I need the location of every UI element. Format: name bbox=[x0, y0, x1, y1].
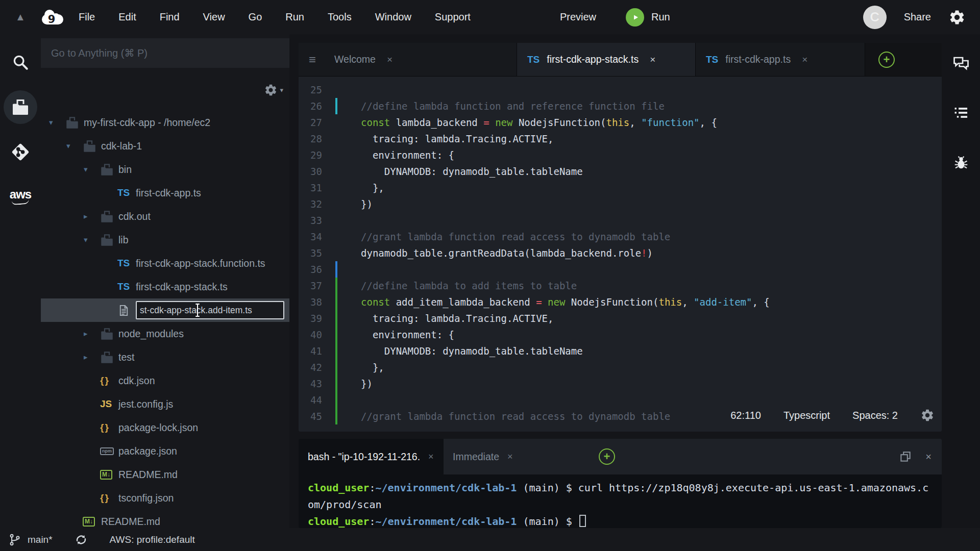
terminal-tab-close-icon[interactable]: × bbox=[428, 452, 434, 462]
code-line-25[interactable]: 25 bbox=[299, 82, 942, 98]
indent-setting[interactable]: Spaces: 2 bbox=[852, 410, 898, 421]
code-line-32[interactable]: 32}) bbox=[299, 196, 942, 212]
code-line-42[interactable]: 42 }, bbox=[299, 359, 942, 375]
editor-tab-first-cdk-app-stack-ts[interactable]: TSfirst-cdk-app-stack.ts× bbox=[517, 43, 696, 76]
menu-item-run[interactable]: Run bbox=[285, 11, 304, 23]
chevron-down-icon[interactable]: ▾ bbox=[49, 118, 65, 127]
chevron-right-icon[interactable]: ▸ bbox=[84, 212, 100, 221]
tree-item-readme-md[interactable]: M↓README.md bbox=[41, 510, 289, 528]
code-line-33[interactable]: 33 bbox=[299, 212, 942, 229]
tree-item-first-cdk-app-stack-ts[interactable]: TSfirst-cdk-app-stack.ts bbox=[41, 275, 289, 298]
line-number: 28 bbox=[299, 133, 335, 144]
goto-anything-input[interactable] bbox=[41, 38, 289, 68]
chevron-right-icon[interactable]: ▸ bbox=[84, 329, 100, 338]
code-line-26[interactable]: 26//define lambda function and reference… bbox=[299, 98, 942, 114]
tree-item-my-first-cdk-app-home-ec2[interactable]: ▾my-first-cdk-app - /home/ec2 bbox=[41, 111, 289, 134]
code-line-28[interactable]: 28 tracing: lambda.Tracing.ACTIVE, bbox=[299, 131, 942, 147]
aws-explorer-icon[interactable]: aws bbox=[4, 180, 37, 214]
tree-item-label: jest.config.js bbox=[118, 398, 173, 410]
terminal-restore-icon[interactable] bbox=[899, 450, 912, 463]
language-mode[interactable]: Typescript bbox=[783, 410, 830, 421]
search-icon[interactable] bbox=[4, 45, 37, 79]
terminal-tab-immediate[interactable]: Immediate× bbox=[444, 439, 597, 474]
terminal-output[interactable]: cloud_user:~/environment/cdk-lab-1 (main… bbox=[299, 474, 942, 528]
tree-item-package-lock-json[interactable]: {}package-lock.json bbox=[41, 416, 289, 439]
tree-item-lib[interactable]: ▾lib bbox=[41, 228, 289, 252]
collaborate-chat-icon[interactable] bbox=[947, 49, 975, 78]
code-editor[interactable]: 2526//define lambda function and referen… bbox=[299, 77, 942, 424]
menu-item-window[interactable]: Window bbox=[375, 11, 411, 23]
tree-item-package-json[interactable]: npmpackage.json bbox=[41, 439, 289, 463]
tab-close-icon[interactable]: × bbox=[650, 54, 655, 65]
tree-item-cdk-out[interactable]: ▸cdk.out bbox=[41, 205, 289, 228]
rename-file-input[interactable] bbox=[136, 301, 284, 319]
tree-item-tsconfig-json[interactable]: {}tsconfig.json bbox=[41, 486, 289, 510]
cloud9-logo[interactable]: 9 bbox=[41, 10, 64, 25]
git-branch-indicator[interactable]: main* bbox=[8, 533, 53, 546]
tab-close-icon[interactable]: × bbox=[387, 54, 393, 65]
tab-menu-icon[interactable]: ≡ bbox=[309, 53, 316, 67]
menu-item-view[interactable]: View bbox=[203, 11, 225, 23]
tree-item-cdk-json[interactable]: {}cdk.json bbox=[41, 369, 289, 392]
code-line-30[interactable]: 30 DYNAMODB: dynamodb_table.tableName bbox=[299, 163, 942, 180]
chevron-down-icon[interactable]: ▾ bbox=[66, 141, 83, 151]
debugger-bug-icon[interactable] bbox=[947, 148, 975, 177]
terminal-tab-close-icon[interactable]: × bbox=[507, 452, 513, 462]
sync-button[interactable] bbox=[74, 533, 88, 547]
tree-item-readme-md[interactable]: M↓README.md bbox=[41, 463, 289, 486]
code-line-38[interactable]: 38const add_item_lambda_backend = new No… bbox=[299, 294, 942, 310]
menu-item-file[interactable]: File bbox=[79, 11, 95, 23]
code-line-31[interactable]: 31 }, bbox=[299, 180, 942, 196]
folder-icon bbox=[100, 163, 114, 177]
chevron-right-icon[interactable]: ▸ bbox=[84, 353, 100, 362]
menu-item-tools[interactable]: Tools bbox=[328, 11, 352, 23]
terminal-close-icon[interactable]: × bbox=[925, 451, 932, 463]
preview-button[interactable]: Preview bbox=[560, 11, 596, 23]
terminal-cursor bbox=[579, 515, 586, 527]
run-button[interactable]: Run bbox=[626, 8, 670, 27]
tree-item-first-cdk-app-ts[interactable]: TSfirst-cdk-app.ts bbox=[41, 181, 289, 205]
tree-item-label: first-cdk-app-stack.ts bbox=[136, 281, 228, 293]
share-button[interactable]: Share bbox=[904, 11, 931, 23]
code-line-37[interactable]: 37//define lambda to add items to table bbox=[299, 278, 942, 294]
menu-item-edit[interactable]: Edit bbox=[118, 11, 136, 23]
tree-item-test[interactable]: ▸test bbox=[41, 345, 289, 369]
editor-settings-gear-icon[interactable] bbox=[920, 408, 935, 422]
tree-item-jest-config-js[interactable]: JSjest.config.js bbox=[41, 392, 289, 416]
new-tab-icon[interactable]: + bbox=[878, 52, 895, 68]
code-line-35[interactable]: 35dynamodb_table.grantReadData(lambda_ba… bbox=[299, 245, 942, 261]
new-terminal-icon[interactable]: + bbox=[599, 448, 615, 465]
avatar[interactable]: C bbox=[863, 6, 887, 29]
cursor-position[interactable]: 62:110 bbox=[730, 410, 761, 421]
tree-item-bin[interactable]: ▾bin bbox=[41, 158, 289, 181]
tab-close-icon[interactable]: × bbox=[802, 54, 807, 65]
tree-settings-gear-icon[interactable]: ▾ bbox=[264, 83, 283, 97]
menu-item-support[interactable]: Support bbox=[435, 11, 471, 23]
collapse-menubar-icon[interactable]: ▲ bbox=[0, 11, 41, 23]
code-line-27[interactable]: 27const lambda_backend = new NodejsFunct… bbox=[299, 114, 942, 131]
tree-item-node-modules[interactable]: ▸node_modules bbox=[41, 322, 289, 345]
editor-tab-first-cdk-app-ts[interactable]: TSfirst-cdk-app.ts× bbox=[696, 43, 865, 76]
aws-profile-indicator[interactable]: AWS: profile:default bbox=[110, 534, 195, 545]
file-explorer-icon[interactable] bbox=[4, 90, 37, 124]
chevron-down-icon[interactable]: ▾ bbox=[84, 235, 100, 244]
code-line-40[interactable]: 40 environment: { bbox=[299, 327, 942, 343]
terminal-tab-bash-ip-10-192-11-216[interactable]: bash - "ip-10-192-11-216.× bbox=[299, 439, 444, 474]
tree-item-first-cdk-app-stack-function-ts[interactable]: TSfirst-cdk-app-stack.function.ts bbox=[41, 252, 289, 275]
line-number: 34 bbox=[299, 231, 335, 242]
tree-item-cdk-lab-1[interactable]: ▾cdk-lab-1 bbox=[41, 134, 289, 158]
code-line-43[interactable]: 43}) bbox=[299, 375, 942, 392]
menu-item-go[interactable]: Go bbox=[249, 11, 262, 23]
chevron-down-icon[interactable]: ▾ bbox=[84, 165, 100, 174]
code-line-34[interactable]: 34//grant lambda function read access to… bbox=[299, 229, 942, 245]
code-line-39[interactable]: 39 tracing: lambda.Tracing.ACTIVE, bbox=[299, 310, 942, 327]
editor-tab-welcome[interactable]: ≡Welcome× bbox=[299, 43, 517, 76]
tree-item-st-cdk-app-stack-add-item-ts[interactable] bbox=[41, 298, 289, 322]
menu-item-find[interactable]: Find bbox=[160, 11, 180, 23]
code-line-36[interactable]: 36 bbox=[299, 261, 942, 278]
preferences-gear-icon[interactable] bbox=[948, 9, 966, 26]
git-icon[interactable] bbox=[4, 135, 37, 169]
outline-icon[interactable] bbox=[947, 98, 975, 127]
code-line-29[interactable]: 29 environment: { bbox=[299, 147, 942, 163]
code-line-41[interactable]: 41 DYNAMODB: dynamodb_table.tableName bbox=[299, 343, 942, 359]
